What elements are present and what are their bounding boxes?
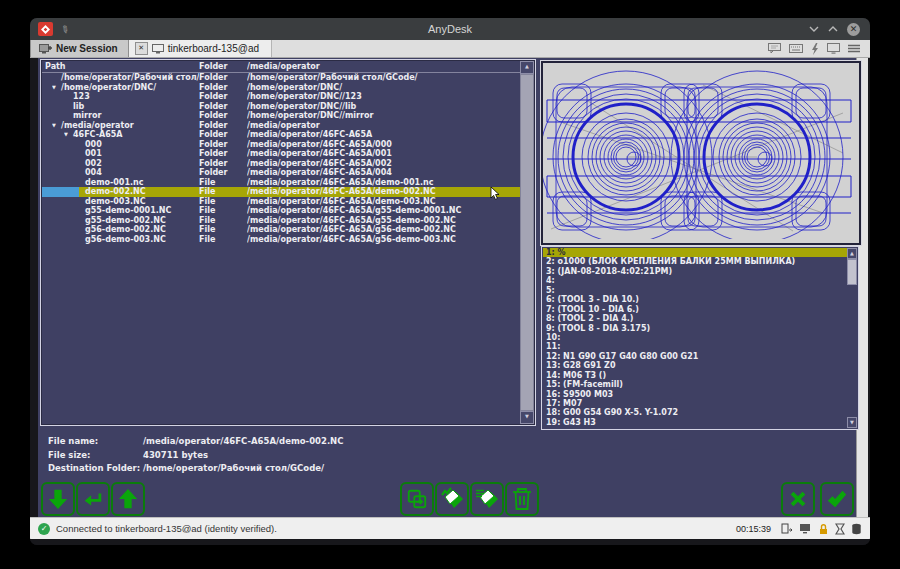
confirm-button[interactable] (820, 482, 854, 516)
file-rows: /home/operator/Рабочий стол/... Folder /… (42, 73, 520, 244)
file-name-cell: demo-002.NC (85, 187, 146, 196)
gcode-line[interactable]: 7: (TOOL 10 - DIA 6.) (543, 305, 847, 314)
scroll-down-icon[interactable]: ▼ (847, 417, 857, 428)
gcode-line[interactable]: 10: (543, 333, 847, 342)
file-row[interactable]: 002 Folder /media/operator/46FC-A65A/002 (42, 159, 520, 169)
file-row[interactable]: 000 Folder /media/operator/46FC-A65A/000 (42, 140, 520, 150)
gcode-line[interactable]: 14: M06 T3 () (543, 371, 847, 380)
gcode-line[interactable]: 13: G28 G91 Z0 (543, 361, 847, 370)
send-verified-file-button[interactable] (435, 482, 469, 516)
file-name-cell: lib (73, 102, 84, 111)
gcode-scrollbar[interactable]: ▲ ▼ (847, 248, 857, 428)
file-name-cell: demo-001.nc (85, 178, 143, 187)
storage-icon[interactable] (851, 523, 862, 535)
file-path-cell: /home/operator/DNC//lib (247, 102, 520, 112)
file-path-cell: /home/operator/DNC//mirror (247, 111, 520, 121)
file-path-cell: /media/operator/46FC-A65A/002 (247, 159, 520, 169)
gcode-line[interactable]: 5: (543, 286, 847, 295)
file-name-cell: mirror (73, 111, 101, 120)
scroll-down-icon[interactable]: ▼ (520, 411, 534, 424)
send-file-check-icon (440, 487, 464, 511)
file-row[interactable]: g56-demo-002.NC File /media/operator/46F… (42, 225, 520, 235)
clipboard-sync-icon[interactable] (781, 523, 793, 535)
file-path-cell: /media/operator/46FC-A65A/demo-001.nc (247, 178, 520, 188)
scroll-up-icon[interactable]: ▲ (520, 61, 534, 74)
gcode-line[interactable]: 1: % (543, 248, 847, 257)
scrollbar-thumb[interactable] (520, 74, 534, 411)
tree-expand-icon[interactable]: ▼ (52, 121, 61, 131)
file-row[interactable]: 004 Folder /media/operator/46FC-A65A/004 (42, 168, 520, 178)
tree-expand-icon[interactable]: ▼ (52, 83, 61, 93)
destination-label: Destination Folder: (48, 462, 143, 476)
gcode-line[interactable]: 15: (FM-facemill) (543, 380, 847, 389)
file-row[interactable]: ▼/media/operator Folder /media/operator (42, 121, 520, 131)
gcode-line[interactable]: 11: (543, 342, 847, 351)
file-row[interactable]: 123 Folder /home/operator/DNC//123 (42, 92, 520, 102)
column-header-path[interactable]: Path (42, 61, 199, 72)
file-row[interactable]: lib Folder /home/operator/DNC//lib (42, 102, 520, 112)
chat-icon[interactable] (768, 43, 781, 54)
tab-new-session[interactable]: New Session (30, 40, 129, 57)
gcode-line[interactable]: 3: (JAN-08-2018-4:02:21PM) (543, 267, 847, 276)
tree-expand-icon[interactable]: ▼ (64, 130, 73, 140)
file-row[interactable]: mirror Folder /home/operator/DNC//mirror (42, 111, 520, 121)
close-window-button[interactable]: ✕ (847, 23, 860, 36)
display-icon[interactable] (827, 43, 840, 54)
mouse-cursor (490, 186, 501, 201)
trash-icon (512, 488, 532, 510)
file-row[interactable]: demo-002.NC File /media/operator/46FC-A6… (42, 187, 520, 197)
column-header-root[interactable]: /media/operator (247, 61, 520, 72)
download-button[interactable] (41, 482, 75, 516)
enter-button[interactable] (76, 482, 110, 516)
file-row[interactable]: g56-demo-003.NC File /media/operator/46F… (42, 235, 520, 245)
gcode-line[interactable]: 9: (TOOL 8 - DIA 3.175) (543, 324, 847, 333)
scroll-up-icon[interactable]: ▲ (847, 248, 857, 259)
anydesk-window: ✎ AnyDesk ✕ New Session ✕ tinkerboard-13… (30, 18, 870, 545)
file-row[interactable]: g55-demo-002.NC File /media/operator/46F… (42, 216, 520, 226)
delete-button[interactable] (505, 482, 539, 516)
file-row[interactable]: demo-001.nc File /media/operator/46FC-A6… (42, 178, 520, 188)
file-row[interactable]: ▼/home/operator/DNC/ Folder /home/operat… (42, 83, 520, 93)
chevron-up-icon[interactable] (828, 26, 838, 32)
keyboard-icon[interactable] (789, 44, 803, 53)
file-type-cell: File (199, 216, 247, 226)
file-row[interactable]: 001 Folder /media/operator/46FC-A65A/001 (42, 149, 520, 159)
gcode-line[interactable]: 17: M07 (543, 399, 847, 408)
copy-button[interactable] (400, 482, 434, 516)
file-row[interactable]: g55-demo-0001.NC File /media/operator/46… (42, 206, 520, 216)
cancel-button[interactable] (781, 482, 815, 516)
session-tab-label: tinkerboard-135@ad (168, 43, 259, 54)
upload-button[interactable] (111, 482, 145, 516)
file-type-cell: Folder (199, 92, 247, 102)
file-name-value: /media/operator/46FC-A65A/demo-002.NC (143, 435, 343, 449)
column-header-folder[interactable]: Folder (199, 61, 247, 72)
menu-icon[interactable] (848, 44, 860, 54)
file-row[interactable]: ▼46FC-A65A Folder /media/operator/46FC-A… (42, 130, 520, 140)
window-frame-left (30, 58, 38, 517)
tab-session[interactable]: ✕ tinkerboard-135@ad (129, 40, 272, 57)
file-type-cell: Folder (199, 73, 247, 83)
scrollbar-thumb[interactable] (847, 259, 857, 285)
gcode-line[interactable]: 4: (543, 276, 847, 285)
gcode-listing-panel: 1: % 2: o1000 (БЛОК КРЕПЛЕНИЯ БАЛКИ 25ММ… (541, 246, 859, 430)
file-type-cell: Folder (199, 159, 247, 169)
send-listed-file-button[interactable] (470, 482, 504, 516)
file-row[interactable]: demo-003.NC File /media/operator/46FC-A6… (42, 197, 520, 207)
gcode-line[interactable]: 19: G43 H3 (543, 418, 847, 427)
file-name-cell: 001 (85, 149, 102, 158)
file-row[interactable]: /home/operator/Рабочий стол/... Folder /… (42, 73, 520, 83)
gcode-line[interactable]: 2: o1000 (БЛОК КРЕПЛЕНИЯ БАЛКИ 25ММ ВЫПИ… (543, 257, 847, 266)
hourglass-icon[interactable] (835, 523, 845, 535)
file-name-cell: g56-demo-002.NC (85, 225, 166, 234)
chevron-down-icon[interactable] (809, 26, 819, 32)
lock-icon[interactable] (818, 523, 829, 535)
close-tab-icon[interactable]: ✕ (135, 42, 148, 55)
remote-display-icon[interactable] (799, 523, 812, 534)
actions-lightning-icon[interactable] (811, 43, 819, 55)
gcode-line[interactable]: 16: S9500 M03 (543, 390, 847, 399)
gcode-line[interactable]: 18: G00 G54 G90 X-5. Y-1.072 (543, 408, 847, 417)
gcode-line[interactable]: 8: (TOOL 2 - DIA 4.) (543, 314, 847, 323)
gcode-line[interactable]: 6: (TOOL 3 - DIA 10.) (543, 295, 847, 304)
gcode-line[interactable]: 12: N1 G90 G17 G40 G80 G00 G21 (543, 352, 847, 361)
file-list-scrollbar[interactable]: ▲ ▼ (520, 61, 534, 424)
